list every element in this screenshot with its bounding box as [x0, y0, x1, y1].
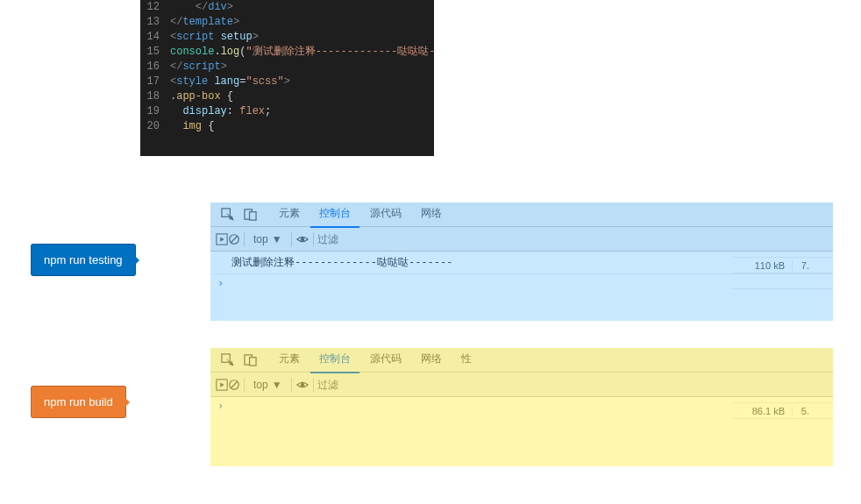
line-number: 15 [140, 45, 170, 60]
size-row: 86.1 kB5. [732, 403, 833, 419]
tab-performance[interactable]: 性 [452, 348, 480, 373]
device-icon[interactable] [242, 207, 258, 223]
code-line: .app-box { [170, 89, 233, 104]
devtools-tabs: 元素 控制台 源代码 网络 [270, 202, 451, 228]
code-line: <style lang="scss"> [170, 75, 290, 89]
chevron-down-icon: ▼ [272, 379, 282, 391]
svg-point-13 [300, 382, 303, 386]
line-number: 14 [140, 30, 170, 45]
code-line: display: flex; [170, 104, 271, 119]
size-row [732, 273, 833, 289]
clear-icon[interactable] [228, 379, 240, 391]
eye-icon[interactable] [295, 379, 310, 391]
device-icon[interactable] [242, 352, 258, 368]
clear-icon[interactable] [228, 233, 240, 245]
code-line: img { [170, 119, 214, 134]
devtools-tabs: 元素 控制台 源代码 网络 性 [270, 348, 480, 373]
tab-network[interactable]: 网络 [412, 202, 451, 228]
callout-testing: npm run testing [31, 244, 136, 276]
devtools-panel-build: 元素 控制台 源代码 网络 性 top ▼ › 86.1 kB5. [210, 348, 833, 466]
code-line: <script setup> [170, 30, 259, 45]
line-number: 18 [140, 89, 170, 104]
svg-rect-9 [249, 358, 256, 366]
size-row [732, 242, 833, 258]
line-number: 13 [140, 15, 170, 30]
tab-elements[interactable]: 元素 [270, 348, 309, 373]
tab-console[interactable]: 控制台 [310, 202, 359, 228]
line-number: 20 [140, 119, 170, 134]
play-icon[interactable] [216, 233, 228, 245]
devtools-toolbar: 元素 控制台 源代码 网络 性 [210, 348, 833, 373]
filter-input[interactable] [317, 233, 388, 245]
svg-line-12 [231, 381, 238, 387]
size-row: 110 kB7. [732, 258, 833, 273]
network-sizes: 86.1 kB5. [732, 387, 833, 419]
context-selector[interactable]: top ▼ [253, 379, 282, 391]
filter-input[interactable] [317, 379, 388, 391]
play-icon[interactable] [216, 379, 228, 391]
inspect-icon[interactable] [219, 207, 235, 223]
line-number: 17 [140, 75, 170, 89]
line-number: 16 [140, 60, 170, 75]
tab-sources[interactable]: 源代码 [361, 348, 410, 373]
svg-line-5 [231, 236, 238, 242]
devtools-panel-testing: 元素 控制台 源代码 网络 top ▼ 测试删除注释-------------哒… [210, 202, 833, 321]
svg-rect-2 [249, 212, 256, 220]
chevron-down-icon: ▼ [272, 233, 282, 245]
eye-icon[interactable] [295, 233, 310, 245]
tab-elements[interactable]: 元素 [270, 202, 309, 228]
code-line: console.log("测试删除注释-------------哒哒哒-----… [170, 45, 434, 60]
tab-network[interactable]: 网络 [412, 348, 451, 373]
code-editor: 12 </div> 13</template> 14<script setup>… [140, 0, 434, 156]
code-line: </div> [170, 0, 233, 15]
code-line: </script> [170, 60, 227, 75]
devtools-toolbar: 元素 控制台 源代码 网络 [210, 202, 833, 227]
tab-console[interactable]: 控制台 [310, 348, 359, 373]
callout-build: npm run build [31, 386, 126, 418]
size-row [732, 387, 833, 403]
line-number: 12 [140, 0, 170, 15]
line-number: 19 [140, 104, 170, 119]
svg-point-6 [300, 237, 303, 240]
context-selector[interactable]: top ▼ [253, 233, 282, 245]
inspect-icon[interactable] [219, 352, 235, 368]
tab-sources[interactable]: 源代码 [361, 202, 410, 228]
network-sizes: 110 kB7. [732, 242, 833, 289]
code-line: </template> [170, 15, 239, 30]
